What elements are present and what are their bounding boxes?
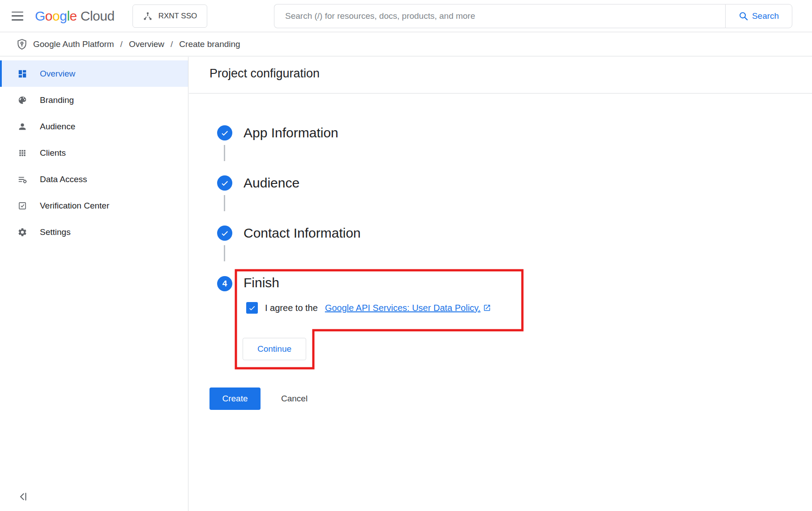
sidebar-item-label: Audience bbox=[40, 122, 75, 132]
step-connector bbox=[224, 145, 225, 161]
agree-checkbox[interactable] bbox=[246, 302, 258, 314]
sidebar-item-verification-center[interactable]: Verification Center bbox=[0, 192, 188, 219]
step-connector bbox=[224, 245, 225, 261]
step-number-badge: 4 bbox=[217, 276, 232, 291]
cancel-button[interactable]: Cancel bbox=[273, 388, 316, 410]
step-connector bbox=[224, 195, 225, 211]
breadcrumb-separator: / bbox=[120, 39, 124, 49]
breadcrumb-item-auth-platform[interactable]: Google Auth Platform bbox=[33, 39, 114, 49]
person-icon bbox=[17, 121, 28, 132]
sidebar-item-label: Clients bbox=[40, 148, 66, 158]
sidebar-item-data-access[interactable]: Data Access bbox=[0, 166, 188, 192]
sidebar: Overview Branding Audience Clients Data … bbox=[0, 57, 188, 511]
list-settings-icon bbox=[17, 174, 28, 185]
logo-letter: e bbox=[70, 9, 77, 24]
gear-icon bbox=[17, 227, 28, 238]
project-name: RXNT SSO bbox=[158, 12, 197, 21]
apps-grid-icon bbox=[17, 148, 28, 158]
sidebar-item-label: Data Access bbox=[40, 175, 87, 184]
sidebar-item-clients[interactable]: Clients bbox=[0, 140, 188, 166]
sidebar-item-overview[interactable]: Overview bbox=[0, 60, 188, 87]
palette-icon bbox=[17, 95, 28, 106]
search-bar: Search bbox=[274, 4, 792, 28]
agree-text: I agree to the bbox=[265, 303, 318, 313]
policy-link-text: Google API Services: User Data Policy. bbox=[325, 303, 481, 313]
search-button-label: Search bbox=[752, 11, 779, 21]
logo-letter: g bbox=[60, 9, 67, 24]
sidebar-item-audience[interactable]: Audience bbox=[0, 113, 188, 140]
sidebar-item-label: Settings bbox=[40, 227, 71, 237]
breadcrumb-separator: / bbox=[170, 39, 174, 49]
breadcrumb: Google Auth Platform / Overview / Create… bbox=[0, 32, 812, 56]
logo-letter: o bbox=[52, 9, 60, 24]
user-data-policy-link[interactable]: Google API Services: User Data Policy. bbox=[325, 303, 491, 313]
logo-cloud-text: Cloud bbox=[81, 9, 115, 24]
breadcrumb-item-overview[interactable]: Overview bbox=[129, 39, 164, 49]
create-button[interactable]: Create bbox=[209, 388, 261, 410]
step-complete-icon bbox=[217, 125, 232, 141]
project-icon bbox=[143, 11, 153, 21]
step-label-finish: Finish bbox=[244, 275, 279, 290]
project-picker[interactable]: RXNT SSO bbox=[132, 4, 208, 28]
sidebar-item-branding[interactable]: Branding bbox=[0, 87, 188, 113]
step-complete-icon bbox=[217, 175, 232, 191]
page: Google Cloud RXNT SSO Search bbox=[0, 0, 812, 511]
agree-row: I agree to the Google API Services: User… bbox=[246, 302, 491, 314]
sidebar-item-label: Verification Center bbox=[40, 201, 109, 211]
page-title: Project configuration bbox=[209, 67, 320, 81]
overview-icon bbox=[17, 68, 28, 79]
logo-letter: G bbox=[35, 9, 45, 24]
step-complete-icon bbox=[217, 226, 232, 241]
checkbox-shield-icon bbox=[17, 200, 28, 211]
topbar: Google Cloud RXNT SSO Search bbox=[0, 0, 812, 32]
divider bbox=[189, 93, 812, 94]
search-icon bbox=[739, 11, 748, 21]
main-content: Project configuration App Information Au… bbox=[189, 57, 812, 511]
breadcrumb-item-create-branding: Create branding bbox=[179, 39, 240, 49]
step-label-audience: Audience bbox=[244, 175, 299, 191]
google-cloud-logo: Google Cloud bbox=[35, 9, 115, 24]
sidebar-item-label: Overview bbox=[40, 69, 75, 79]
search-button[interactable]: Search bbox=[725, 4, 792, 28]
step-label-contact-information: Contact Information bbox=[244, 226, 361, 241]
sidebar-item-settings[interactable]: Settings bbox=[0, 219, 188, 245]
external-link-icon bbox=[483, 304, 491, 312]
step-label-app-information: App Information bbox=[244, 125, 338, 141]
menu-icon[interactable] bbox=[12, 12, 23, 21]
sidebar-item-label: Branding bbox=[40, 95, 74, 105]
collapse-sidebar-icon[interactable] bbox=[16, 490, 30, 504]
logo-letter: o bbox=[45, 9, 52, 24]
search-input[interactable] bbox=[274, 4, 725, 28]
continue-button[interactable]: Continue bbox=[243, 338, 306, 360]
auth-platform-shield-icon bbox=[16, 38, 28, 50]
